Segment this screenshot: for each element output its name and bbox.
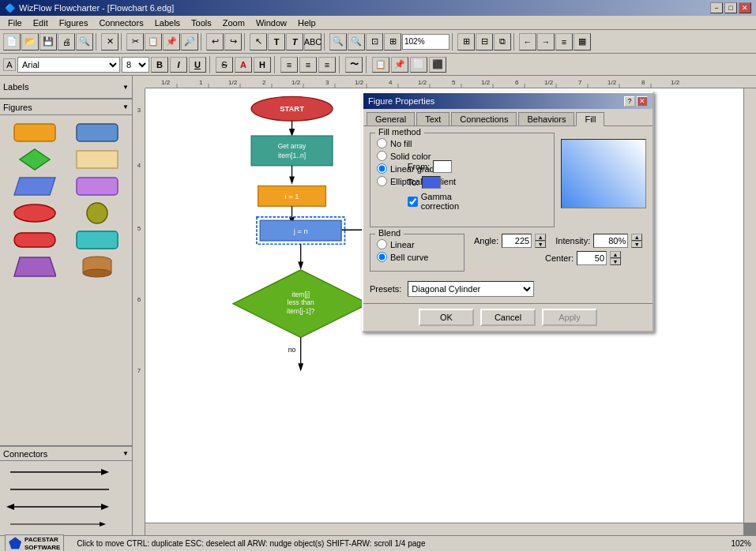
zoom-input[interactable]: 102% — [402, 34, 449, 50]
dialog-help-button[interactable]: ? — [624, 96, 635, 107]
menu-file[interactable]: File — [3, 17, 27, 28]
minimize-button[interactable]: − — [710, 2, 723, 13]
connector-line[interactable] — [6, 483, 126, 496]
connector-thin-arrow[interactable] — [6, 518, 126, 530]
distribute-button[interactable]: ▦ — [574, 33, 591, 51]
gamma-checkbox[interactable] — [408, 197, 418, 207]
snap-button[interactable]: ⊟ — [476, 33, 493, 51]
center-input[interactable]: 50 — [577, 251, 607, 265]
find-button[interactable]: 🔎 — [181, 33, 198, 51]
menu-connectors[interactable]: Connectors — [94, 17, 148, 28]
close-window-button[interactable]: ✕ — [739, 2, 751, 13]
figure-properties-dialog[interactable]: Figure Properties ? ✕ General Text Conne… — [362, 92, 654, 332]
new-button[interactable]: 📄 — [3, 33, 21, 51]
open-button[interactable]: 📂 — [21, 33, 39, 51]
figure-olive-circle[interactable] — [69, 202, 126, 224]
zoom-out-button[interactable]: 🔍 — [348, 33, 365, 51]
scrollbar-bottom[interactable] — [145, 523, 743, 535]
font-select[interactable]: Arial — [17, 57, 120, 73]
align-left-button[interactable]: ≡ — [280, 57, 298, 73]
spell-button[interactable]: ABC — [304, 33, 322, 51]
center-up-button[interactable]: ▲ — [610, 251, 621, 258]
ok-button[interactable]: OK — [419, 309, 474, 326]
save-button[interactable]: 💾 — [39, 33, 57, 51]
radio-no-fill[interactable]: No fill — [377, 138, 547, 148]
radio-linear-gradient[interactable]: Linear gradient — [377, 163, 547, 174]
zoom-fit-button[interactable]: ⊡ — [366, 33, 383, 51]
grid-button[interactable]: ⊞ — [457, 33, 475, 51]
cancel-button[interactable]: Cancel — [480, 309, 536, 326]
layer-button[interactable]: ⧉ — [494, 33, 511, 51]
intensity-down-button[interactable]: ▼ — [631, 241, 642, 248]
figure-red-capsule[interactable] — [6, 229, 64, 251]
tab-fill[interactable]: Fill — [576, 112, 604, 126]
center-down-button[interactable]: ▼ — [610, 258, 621, 265]
print-preview-button[interactable]: 🔍 — [76, 33, 93, 51]
figure-purple-trapezoid[interactable] — [6, 256, 64, 278]
copy-format-button[interactable]: 📋 — [372, 57, 389, 73]
intensity-input[interactable]: 80% — [593, 234, 628, 248]
apply-button[interactable]: Apply — [542, 309, 597, 326]
arrow-left-button[interactable]: ← — [519, 33, 536, 51]
menu-tools[interactable]: Tools — [186, 17, 216, 28]
menu-labels[interactable]: Labels — [150, 17, 185, 28]
print-button[interactable]: 🖨 — [58, 33, 75, 51]
tab-behaviors[interactable]: Behaviors — [518, 112, 574, 126]
from-color-swatch[interactable] — [433, 160, 452, 173]
radio-linear-blend[interactable]: Linear — [377, 239, 457, 249]
tab-connections[interactable]: Connections — [451, 112, 517, 126]
figure-red-ellipse[interactable] — [6, 202, 64, 224]
figure-green-diamond[interactable] — [6, 148, 64, 171]
cut-button[interactable]: ✂ — [126, 33, 144, 51]
tab-text[interactable]: Text — [416, 112, 449, 126]
line-style-button[interactable]: 〜 — [345, 57, 363, 73]
zoom-in-button[interactable]: 🔍 — [329, 33, 347, 51]
text-color-button[interactable]: A — [235, 57, 252, 73]
bold-button[interactable]: B — [151, 57, 168, 73]
angle-up-button[interactable]: ▲ — [535, 234, 546, 241]
zoom-actual-button[interactable]: ⊞ — [384, 33, 401, 51]
redo-button[interactable]: ↪ — [224, 33, 242, 51]
menu-zoom[interactable]: Zoom — [218, 17, 250, 28]
menu-help[interactable]: Help — [293, 17, 321, 28]
tab-general[interactable]: General — [367, 112, 415, 126]
figure-orange-rounded[interactable] — [6, 122, 64, 144]
text-button[interactable]: T — [268, 33, 285, 51]
shape2-button[interactable]: ⬛ — [429, 57, 446, 73]
copy-button[interactable]: 📋 — [145, 33, 162, 51]
maximize-button[interactable]: □ — [724, 2, 737, 13]
undo-button[interactable]: ↩ — [206, 33, 224, 51]
connector-arrow-right[interactable] — [6, 466, 126, 478]
radio-bell-curve[interactable]: Bell curve — [377, 252, 457, 262]
shape-button[interactable]: ⬜ — [410, 57, 427, 73]
strikethrough-button[interactable]: S — [216, 57, 233, 73]
figure-brown-cylinder[interactable] — [69, 256, 126, 278]
paste-button[interactable]: 📌 — [163, 33, 180, 51]
angle-down-button[interactable]: ▼ — [535, 241, 546, 248]
menu-edit[interactable]: Edit — [28, 17, 53, 28]
presets-select[interactable]: Diagonal Cylinder Horizontal Vertical Ra… — [408, 281, 534, 297]
highlight-button[interactable]: H — [254, 57, 271, 73]
arrow-right-button[interactable]: → — [537, 33, 555, 51]
radio-solid-color[interactable]: Solid color — [377, 151, 547, 161]
figure-purple-rounded[interactable] — [69, 175, 126, 197]
italic-button[interactable]: I — [170, 57, 187, 73]
figure-teal-rounded[interactable] — [69, 229, 126, 251]
menu-figures[interactable]: Figures — [55, 17, 93, 28]
align-button[interactable]: ≡ — [555, 33, 573, 51]
angle-input[interactable]: 225 — [502, 234, 532, 248]
delete-button[interactable]: ✕ — [101, 33, 118, 51]
to-color-swatch[interactable] — [422, 176, 441, 189]
align-center-button[interactable]: ≡ — [299, 57, 317, 73]
pointer-button[interactable]: ↖ — [250, 33, 267, 51]
align-right-button[interactable]: ≡ — [318, 57, 336, 73]
underline-button[interactable]: U — [189, 57, 206, 73]
figure-blue-parallelogram[interactable] — [6, 175, 64, 197]
figure-beige-rect[interactable] — [69, 148, 126, 171]
figure-blue-rounded[interactable] — [69, 122, 126, 144]
size-select[interactable]: 8 — [122, 57, 149, 73]
scrollbar-right[interactable] — [743, 88, 756, 523]
intensity-up-button[interactable]: ▲ — [631, 234, 642, 241]
menu-window[interactable]: Window — [251, 17, 291, 28]
text-cursor-button[interactable]: T — [286, 33, 303, 51]
